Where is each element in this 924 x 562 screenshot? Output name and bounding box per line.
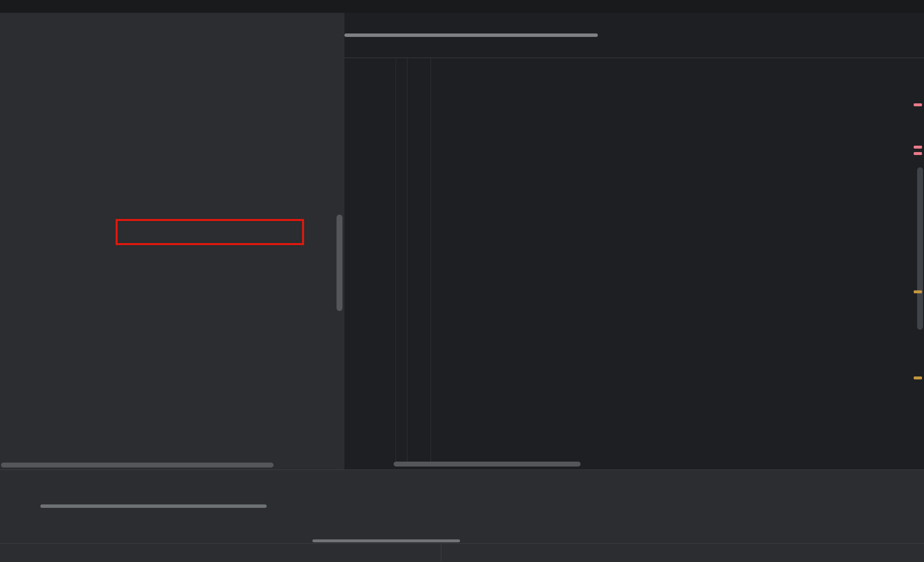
window-top-band xyxy=(0,0,924,13)
ide-window xyxy=(0,0,924,562)
warning-stripe-mark[interactable] xyxy=(914,290,922,293)
error-stripe-mark[interactable] xyxy=(914,103,922,106)
error-stripe-mark[interactable] xyxy=(914,152,922,155)
panel-divider xyxy=(441,544,441,562)
debug-tab-scrollbar[interactable] xyxy=(40,504,267,508)
debug-panel xyxy=(0,469,924,562)
indent-guide xyxy=(431,58,431,463)
editor-horizontal-scrollbar[interactable] xyxy=(394,462,581,467)
warning-stripe-mark[interactable] xyxy=(914,376,922,379)
indent-guide xyxy=(407,58,407,463)
selected-tab-underline xyxy=(312,539,460,542)
gutter-border xyxy=(396,58,396,463)
debug-content-headers xyxy=(0,543,924,562)
error-stripe-mark[interactable] xyxy=(914,146,922,149)
editor-pane xyxy=(344,0,924,469)
code-area xyxy=(344,58,924,469)
red-annotation-box xyxy=(116,219,304,245)
tree-vertical-scrollbar[interactable] xyxy=(337,215,342,311)
tab-strip-scrollbar[interactable] xyxy=(344,33,598,37)
sticky-line xyxy=(344,37,924,58)
editor-vertical-scrollbar[interactable] xyxy=(917,167,923,330)
sticky-line-number xyxy=(344,36,377,59)
project-panel-header xyxy=(0,13,344,32)
tree-horizontal-scrollbar[interactable] xyxy=(1,463,274,468)
